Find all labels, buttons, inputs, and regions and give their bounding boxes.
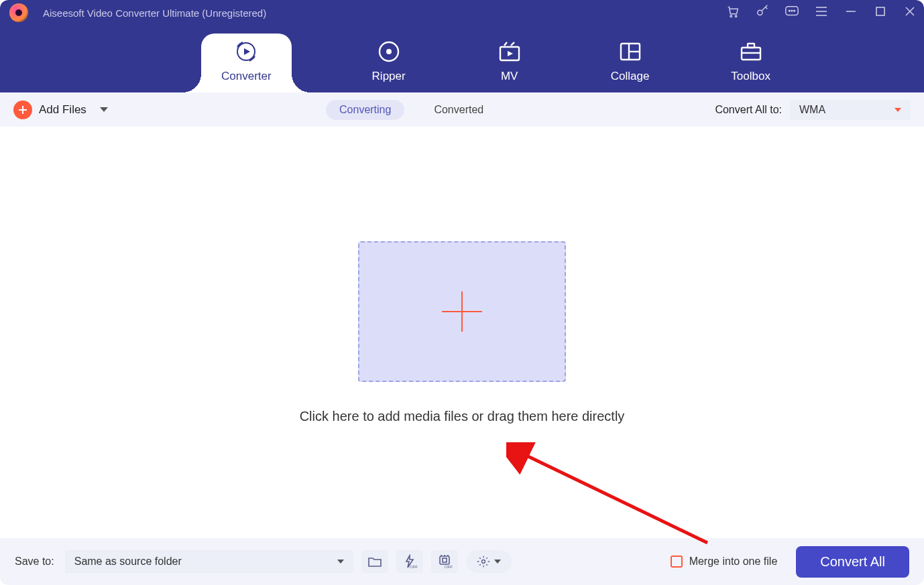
save-to-value: Same as source folder bbox=[74, 556, 182, 568]
chevron-down-icon bbox=[100, 107, 108, 112]
output-format-value: WMA bbox=[799, 104, 825, 116]
tab-converter[interactable]: Converter bbox=[201, 34, 292, 92]
tab-ripper[interactable]: Ripper bbox=[365, 40, 412, 92]
add-files-label: Add Files bbox=[39, 103, 86, 117]
svg-marker-21 bbox=[508, 51, 513, 56]
output-format-select[interactable]: WMA bbox=[790, 100, 911, 120]
checkbox-icon bbox=[671, 556, 683, 568]
segment-converting[interactable]: Converting bbox=[326, 100, 404, 120]
app-header: Aiseesoft Video Converter Ultimate (Unre… bbox=[0, 0, 924, 92]
sub-toolbar: Add Files Converting Converted Convert A… bbox=[0, 92, 924, 127]
app-window: Aiseesoft Video Converter Ultimate (Unre… bbox=[0, 0, 924, 585]
tab-toolbox[interactable]: Toolbox bbox=[728, 40, 774, 92]
plus-icon bbox=[442, 291, 482, 332]
close-icon[interactable] bbox=[903, 4, 917, 19]
maximize-icon[interactable] bbox=[873, 4, 888, 19]
svg-point-2 bbox=[758, 10, 762, 15]
app-title: Aiseesoft Video Converter Ultimate (Unre… bbox=[43, 7, 266, 19]
merge-checkbox[interactable]: Merge into one file bbox=[671, 556, 778, 568]
ripper-icon bbox=[378, 40, 400, 63]
settings-button[interactable] bbox=[466, 550, 512, 573]
chevron-down-icon bbox=[494, 560, 501, 564]
svg-text:OFF: OFF bbox=[445, 565, 453, 569]
svg-point-4 bbox=[789, 10, 790, 11]
svg-point-0 bbox=[730, 15, 732, 17]
cart-icon[interactable] bbox=[726, 4, 740, 19]
minimize-icon[interactable] bbox=[844, 4, 858, 19]
svg-rect-27 bbox=[748, 44, 754, 48]
main-tabs: Converter Ripper MV Collage bbox=[0, 25, 924, 92]
svg-point-1 bbox=[735, 15, 737, 17]
high-speed-toggle[interactable]: OFF bbox=[396, 550, 423, 573]
merge-label: Merge into one file bbox=[689, 556, 778, 568]
menu-icon[interactable] bbox=[814, 4, 829, 19]
chevron-down-icon bbox=[337, 560, 344, 564]
svg-point-6 bbox=[794, 10, 795, 11]
chevron-down-icon bbox=[894, 108, 901, 112]
key-icon[interactable] bbox=[755, 4, 770, 19]
tab-mv[interactable]: MV bbox=[486, 40, 533, 92]
plus-icon bbox=[13, 101, 32, 119]
gpu-accel-toggle[interactable]: OFF bbox=[431, 550, 458, 573]
svg-rect-31 bbox=[440, 556, 449, 564]
open-folder-button[interactable] bbox=[361, 550, 388, 573]
toolbox-icon bbox=[739, 40, 763, 63]
main-area: Click here to add media files or drag th… bbox=[0, 127, 924, 538]
convert-all-to-group: Convert All to: WMA bbox=[715, 100, 911, 120]
add-files-button[interactable]: Add Files bbox=[13, 101, 108, 119]
converter-icon bbox=[234, 40, 258, 63]
svg-marker-15 bbox=[244, 48, 250, 55]
svg-point-19 bbox=[386, 49, 392, 54]
footer-bar: Save to: Same as source folder OFF OFF M… bbox=[0, 538, 924, 585]
feedback-icon[interactable] bbox=[785, 4, 799, 19]
svg-rect-32 bbox=[443, 558, 447, 562]
status-segment: Converting Converted bbox=[326, 100, 497, 120]
save-to-select[interactable]: Same as source folder bbox=[65, 550, 353, 573]
segment-converted[interactable]: Converted bbox=[420, 100, 497, 120]
svg-point-5 bbox=[791, 10, 793, 11]
tab-label: Converter bbox=[221, 70, 272, 92]
tab-label: Toolbox bbox=[731, 70, 770, 92]
save-to-label: Save to: bbox=[15, 556, 54, 568]
app-logo-icon bbox=[9, 3, 28, 22]
mv-icon bbox=[498, 40, 522, 63]
svg-line-29 bbox=[520, 452, 707, 543]
svg-rect-11 bbox=[876, 7, 884, 15]
svg-text:OFF: OFF bbox=[410, 565, 418, 569]
tab-label: Ripper bbox=[372, 70, 406, 92]
tab-label: Collage bbox=[611, 70, 650, 92]
window-controls bbox=[726, 4, 917, 19]
add-media-dropzone[interactable] bbox=[358, 241, 566, 382]
collage-icon bbox=[619, 40, 642, 63]
tab-collage[interactable]: Collage bbox=[607, 40, 654, 92]
convert-all-button[interactable]: Convert All bbox=[796, 546, 909, 578]
dropzone-hint: Click here to add media files or drag th… bbox=[300, 409, 625, 424]
tab-label: MV bbox=[501, 70, 518, 92]
convert-all-to-label: Convert All to: bbox=[715, 104, 782, 116]
svg-point-37 bbox=[481, 560, 485, 564]
